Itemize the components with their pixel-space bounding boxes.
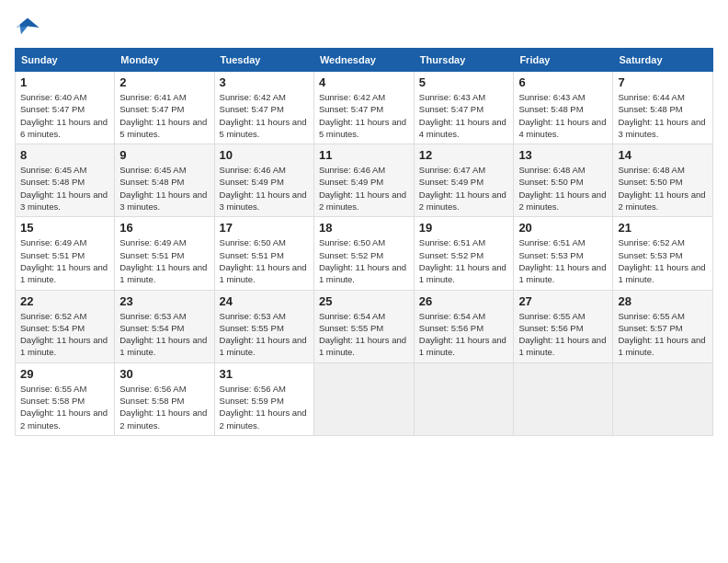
calendar-cell: 3Sunrise: 6:42 AMSunset: 5:47 PMDaylight…: [214, 72, 313, 144]
day-info: Sunrise: 6:48 AMSunset: 5:50 PMDaylight:…: [618, 164, 708, 213]
day-info: Sunrise: 6:53 AMSunset: 5:55 PMDaylight:…: [220, 310, 309, 359]
calendar-week-row: 1Sunrise: 6:40 AMSunset: 5:47 PMDaylight…: [16, 72, 713, 144]
calendar-cell: 26Sunrise: 6:54 AMSunset: 5:56 PMDayligh…: [414, 290, 514, 362]
calendar-week-row: 29Sunrise: 6:55 AMSunset: 5:58 PMDayligh…: [16, 362, 713, 435]
day-info: Sunrise: 6:41 AMSunset: 5:47 PMDaylight:…: [119, 91, 209, 140]
calendar-cell: 24Sunrise: 6:53 AMSunset: 5:55 PMDayligh…: [214, 290, 313, 362]
calendar-week-row: 15Sunrise: 6:49 AMSunset: 5:51 PMDayligh…: [16, 217, 713, 290]
calendar-cell: 15Sunrise: 6:49 AMSunset: 5:51 PMDayligh…: [16, 217, 115, 290]
day-info: Sunrise: 6:55 AMSunset: 5:58 PMDaylight:…: [20, 383, 109, 431]
calendar-header-row: SundayMondayTuesdayWednesdayThursdayFrid…: [16, 49, 713, 72]
day-info: Sunrise: 6:51 AMSunset: 5:53 PMDaylight:…: [518, 236, 608, 285]
calendar-cell: 23Sunrise: 6:53 AMSunset: 5:54 PMDayligh…: [115, 290, 214, 362]
calendar-cell: 21Sunrise: 6:52 AMSunset: 5:53 PMDayligh…: [613, 217, 713, 290]
calendar-cell: 17Sunrise: 6:50 AMSunset: 5:51 PMDayligh…: [214, 217, 313, 290]
page-header: [15, 15, 713, 40]
calendar-cell: 20Sunrise: 6:51 AMSunset: 5:53 PMDayligh…: [514, 217, 613, 290]
day-info: Sunrise: 6:45 AMSunset: 5:48 PMDaylight:…: [20, 164, 109, 213]
day-of-week-header: Thursday: [414, 49, 514, 72]
day-number: 1: [20, 75, 109, 89]
calendar-cell: 18Sunrise: 6:50 AMSunset: 5:52 PMDayligh…: [313, 217, 414, 290]
calendar-cell: 25Sunrise: 6:54 AMSunset: 5:55 PMDayligh…: [313, 290, 414, 362]
day-number: 31: [220, 367, 309, 381]
day-info: Sunrise: 6:50 AMSunset: 5:52 PMDaylight:…: [319, 236, 409, 285]
day-info: Sunrise: 6:42 AMSunset: 5:47 PMDaylight:…: [220, 91, 309, 140]
day-number: 9: [119, 148, 209, 162]
calendar-cell: 28Sunrise: 6:55 AMSunset: 5:57 PMDayligh…: [613, 290, 713, 362]
day-info: Sunrise: 6:55 AMSunset: 5:57 PMDaylight:…: [618, 310, 708, 359]
calendar-cell: 7Sunrise: 6:44 AMSunset: 5:48 PMDaylight…: [613, 72, 713, 144]
day-info: Sunrise: 6:43 AMSunset: 5:47 PMDaylight:…: [419, 91, 509, 140]
calendar-week-row: 8Sunrise: 6:45 AMSunset: 5:48 PMDaylight…: [16, 144, 713, 217]
day-of-week-header: Saturday: [613, 49, 713, 72]
calendar-cell: 29Sunrise: 6:55 AMSunset: 5:58 PMDayligh…: [16, 362, 115, 435]
day-of-week-header: Monday: [115, 49, 214, 72]
calendar-cell: 4Sunrise: 6:42 AMSunset: 5:47 PMDaylight…: [313, 72, 414, 144]
day-number: 4: [319, 75, 409, 89]
day-of-week-header: Tuesday: [214, 49, 313, 72]
day-number: 29: [20, 367, 109, 381]
calendar-cell: 14Sunrise: 6:48 AMSunset: 5:50 PMDayligh…: [613, 144, 713, 217]
day-info: Sunrise: 6:55 AMSunset: 5:56 PMDaylight:…: [518, 310, 608, 359]
calendar-cell: 19Sunrise: 6:51 AMSunset: 5:52 PMDayligh…: [414, 217, 514, 290]
calendar-cell: 16Sunrise: 6:49 AMSunset: 5:51 PMDayligh…: [115, 217, 214, 290]
calendar-cell: 27Sunrise: 6:55 AMSunset: 5:56 PMDayligh…: [514, 290, 613, 362]
day-number: 26: [419, 294, 509, 308]
calendar-cell: 30Sunrise: 6:56 AMSunset: 5:58 PMDayligh…: [115, 362, 214, 435]
day-number: 3: [220, 75, 309, 89]
day-info: Sunrise: 6:42 AMSunset: 5:47 PMDaylight:…: [319, 91, 409, 140]
day-number: 25: [319, 294, 409, 308]
day-of-week-header: Friday: [514, 49, 613, 72]
day-info: Sunrise: 6:46 AMSunset: 5:49 PMDaylight:…: [220, 164, 309, 213]
day-number: 13: [518, 148, 608, 162]
day-info: Sunrise: 6:44 AMSunset: 5:48 PMDaylight:…: [618, 91, 708, 140]
day-info: Sunrise: 6:54 AMSunset: 5:55 PMDaylight:…: [319, 310, 409, 359]
day-number: 8: [20, 148, 109, 162]
day-info: Sunrise: 6:52 AMSunset: 5:54 PMDaylight:…: [20, 310, 109, 359]
calendar-cell: [514, 362, 613, 435]
day-number: 16: [119, 221, 209, 235]
day-number: 12: [419, 148, 509, 162]
day-info: Sunrise: 6:46 AMSunset: 5:49 PMDaylight:…: [319, 164, 409, 213]
day-of-week-header: Wednesday: [313, 49, 414, 72]
day-number: 20: [518, 221, 608, 235]
day-number: 17: [220, 221, 309, 235]
day-info: Sunrise: 6:56 AMSunset: 5:58 PMDaylight:…: [119, 383, 209, 431]
day-number: 10: [220, 148, 309, 162]
day-info: Sunrise: 6:43 AMSunset: 5:48 PMDaylight:…: [518, 91, 608, 140]
day-info: Sunrise: 6:49 AMSunset: 5:51 PMDaylight:…: [119, 236, 209, 285]
day-number: 19: [419, 221, 509, 235]
calendar-cell: [313, 362, 414, 435]
day-number: 30: [119, 367, 209, 381]
day-info: Sunrise: 6:40 AMSunset: 5:47 PMDaylight:…: [20, 91, 109, 140]
calendar-cell: 22Sunrise: 6:52 AMSunset: 5:54 PMDayligh…: [16, 290, 115, 362]
logo-icon: [15, 15, 40, 40]
day-number: 24: [220, 294, 309, 308]
calendar-cell: [613, 362, 713, 435]
calendar-cell: 2Sunrise: 6:41 AMSunset: 5:47 PMDaylight…: [115, 72, 214, 144]
calendar-table: SundayMondayTuesdayWednesdayThursdayFrid…: [15, 48, 713, 436]
day-number: 21: [618, 221, 708, 235]
calendar-cell: [414, 362, 514, 435]
day-info: Sunrise: 6:48 AMSunset: 5:50 PMDaylight:…: [518, 164, 608, 213]
day-number: 2: [119, 75, 209, 89]
day-info: Sunrise: 6:51 AMSunset: 5:52 PMDaylight:…: [419, 236, 509, 285]
calendar-cell: 5Sunrise: 6:43 AMSunset: 5:47 PMDaylight…: [414, 72, 514, 144]
day-number: 11: [319, 148, 409, 162]
day-info: Sunrise: 6:53 AMSunset: 5:54 PMDaylight:…: [119, 310, 209, 359]
calendar-cell: 1Sunrise: 6:40 AMSunset: 5:47 PMDaylight…: [16, 72, 115, 144]
calendar-cell: 31Sunrise: 6:56 AMSunset: 5:59 PMDayligh…: [214, 362, 313, 435]
day-number: 7: [618, 75, 708, 89]
day-of-week-header: Sunday: [16, 49, 115, 72]
calendar-cell: 13Sunrise: 6:48 AMSunset: 5:50 PMDayligh…: [514, 144, 613, 217]
calendar-cell: 6Sunrise: 6:43 AMSunset: 5:48 PMDaylight…: [514, 72, 613, 144]
day-number: 28: [618, 294, 708, 308]
day-number: 22: [20, 294, 109, 308]
calendar-cell: 10Sunrise: 6:46 AMSunset: 5:49 PMDayligh…: [214, 144, 313, 217]
day-number: 23: [119, 294, 209, 308]
day-info: Sunrise: 6:45 AMSunset: 5:48 PMDaylight:…: [119, 164, 209, 213]
day-number: 18: [319, 221, 409, 235]
day-info: Sunrise: 6:49 AMSunset: 5:51 PMDaylight:…: [20, 236, 109, 285]
day-info: Sunrise: 6:56 AMSunset: 5:59 PMDaylight:…: [220, 383, 309, 431]
calendar-cell: 8Sunrise: 6:45 AMSunset: 5:48 PMDaylight…: [16, 144, 115, 217]
